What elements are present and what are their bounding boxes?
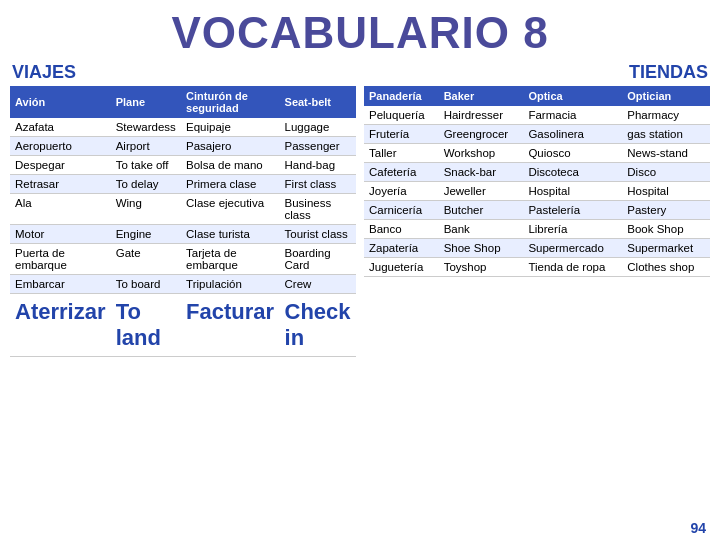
tiendas-row: FruteríaGreengrocerGasolineragas station bbox=[364, 125, 710, 144]
viajes-cell: Embarcar bbox=[10, 275, 111, 294]
tiendas-row: CafeteríaSnack-barDiscotecaDisco bbox=[364, 163, 710, 182]
viajes-cell: Boarding Card bbox=[280, 244, 356, 275]
tiendas-cell: Butcher bbox=[439, 201, 524, 220]
viajes-cell: Passenger bbox=[280, 137, 356, 156]
viajes-row: AzafataStewardessEquipajeLuggage bbox=[10, 118, 356, 137]
viajes-cell: To board bbox=[111, 275, 181, 294]
tiendas-cell: Hairdresser bbox=[439, 106, 524, 125]
tiendas-cell: Juguetería bbox=[364, 258, 439, 277]
tiendas-cell: Tienda de ropa bbox=[523, 258, 622, 277]
tiendas-cell: News-stand bbox=[622, 144, 710, 163]
viajes-cell: Despegar bbox=[10, 156, 111, 175]
col-cinturon: Cinturón de seguridad bbox=[181, 86, 280, 118]
tiendas-section: TIENDAS Panadería Baker Optica Optician … bbox=[364, 62, 710, 357]
viajes-row: RetrasarTo delayPrimera claseFirst class bbox=[10, 175, 356, 194]
viajes-cell: Crew bbox=[280, 275, 356, 294]
tiendas-cell: Joyería bbox=[364, 182, 439, 201]
tiendas-cell: Librería bbox=[523, 220, 622, 239]
tiendas-cell: Toyshop bbox=[439, 258, 524, 277]
viajes-cell: Tripulación bbox=[181, 275, 280, 294]
viajes-row: AeropuertoAirportPasajeroPassenger bbox=[10, 137, 356, 156]
tiendas-cell: Cafetería bbox=[364, 163, 439, 182]
viajes-cell: To delay bbox=[111, 175, 181, 194]
viajes-cell: Puerta de embarque bbox=[10, 244, 111, 275]
tiendas-cell: Peluquería bbox=[364, 106, 439, 125]
page: VOCABULARIO 8 VIAJES Avión Plane Cinturó… bbox=[0, 0, 720, 540]
viajes-cell: Stewardess bbox=[111, 118, 181, 137]
viajes-cell: Tarjeta de embarque bbox=[181, 244, 280, 275]
viajes-cell: Engine bbox=[111, 225, 181, 244]
viajes-cell: Clase turista bbox=[181, 225, 280, 244]
tiendas-table: Panadería Baker Optica Optician Peluquer… bbox=[364, 86, 710, 277]
tiendas-row: JoyeríaJewellerHospitalHospital bbox=[364, 182, 710, 201]
tiendas-cell: Carnicería bbox=[364, 201, 439, 220]
tiendas-header: TIENDAS bbox=[366, 62, 708, 83]
viajes-cell: Facturar bbox=[181, 294, 280, 357]
viajes-cell: Aterrizar bbox=[10, 294, 111, 357]
tiendas-cell: Supermercado bbox=[523, 239, 622, 258]
viajes-cell: Aeropuerto bbox=[10, 137, 111, 156]
tiendas-cell: Discoteca bbox=[523, 163, 622, 182]
viajes-cell: Tourist class bbox=[280, 225, 356, 244]
tiendas-row: BancoBankLibreríaBook Shop bbox=[364, 220, 710, 239]
viajes-cell: Check in bbox=[280, 294, 356, 357]
tiendas-cell: Greengrocer bbox=[439, 125, 524, 144]
viajes-row: Puerta de embarqueGateTarjeta de embarqu… bbox=[10, 244, 356, 275]
viajes-cell: To land bbox=[111, 294, 181, 357]
col-seatbelt: Seat-belt bbox=[280, 86, 356, 118]
tiendas-row: PeluqueríaHairdresserFarmaciaPharmacy bbox=[364, 106, 710, 125]
viajes-row: AterrizarTo landFacturarCheck in bbox=[10, 294, 356, 357]
col-optician: Optician bbox=[622, 86, 710, 106]
col-avion: Avión bbox=[10, 86, 111, 118]
viajes-cell: Wing bbox=[111, 194, 181, 225]
viajes-table: Avión Plane Cinturón de seguridad Seat-b… bbox=[10, 86, 356, 357]
viajes-cell: Gate bbox=[111, 244, 181, 275]
tiendas-cell: Snack-bar bbox=[439, 163, 524, 182]
viajes-cell: Motor bbox=[10, 225, 111, 244]
col-plane: Plane bbox=[111, 86, 181, 118]
tiendas-row: JugueteríaToyshopTienda de ropaClothes s… bbox=[364, 258, 710, 277]
viajes-row: AlaWingClase ejecutivaBusiness class bbox=[10, 194, 356, 225]
tiendas-row: ZapateríaShoe ShopSupermercadoSupermarke… bbox=[364, 239, 710, 258]
col-optica: Optica bbox=[523, 86, 622, 106]
tiendas-cell: Quiosco bbox=[523, 144, 622, 163]
col-panaderia: Panadería bbox=[364, 86, 439, 106]
viajes-cell: Luggage bbox=[280, 118, 356, 137]
tiendas-cell: Taller bbox=[364, 144, 439, 163]
col-baker: Baker bbox=[439, 86, 524, 106]
tiendas-cell: Jeweller bbox=[439, 182, 524, 201]
tiendas-cell: gas station bbox=[622, 125, 710, 144]
tiendas-row: CarniceríaButcherPasteleríaPastery bbox=[364, 201, 710, 220]
content-area: VIAJES Avión Plane Cinturón de seguridad… bbox=[0, 62, 720, 357]
tiendas-cell: Disco bbox=[622, 163, 710, 182]
tiendas-cell: Shoe Shop bbox=[439, 239, 524, 258]
viajes-cell: Clase ejecutiva bbox=[181, 194, 280, 225]
tiendas-cell: Supermarket bbox=[622, 239, 710, 258]
viajes-cell: Hand-bag bbox=[280, 156, 356, 175]
viajes-cell: Azafata bbox=[10, 118, 111, 137]
tiendas-cell: Pastery bbox=[622, 201, 710, 220]
tiendas-cell: Frutería bbox=[364, 125, 439, 144]
tiendas-cell: Pastelería bbox=[523, 201, 622, 220]
viajes-section: VIAJES Avión Plane Cinturón de seguridad… bbox=[10, 62, 356, 357]
tiendas-cell: Zapatería bbox=[364, 239, 439, 258]
viajes-cell: Bolsa de mano bbox=[181, 156, 280, 175]
viajes-row: EmbarcarTo boardTripulaciónCrew bbox=[10, 275, 356, 294]
tiendas-cell: Gasolinera bbox=[523, 125, 622, 144]
tiendas-row: TallerWorkshopQuioscoNews-stand bbox=[364, 144, 710, 163]
viajes-cell: To take off bbox=[111, 156, 181, 175]
page-title: VOCABULARIO 8 bbox=[0, 0, 720, 62]
viajes-header: VIAJES bbox=[12, 62, 356, 83]
viajes-row: DespegarTo take offBolsa de manoHand-bag bbox=[10, 156, 356, 175]
viajes-cell: Primera clase bbox=[181, 175, 280, 194]
viajes-cell: Retrasar bbox=[10, 175, 111, 194]
viajes-cell: Business class bbox=[280, 194, 356, 225]
viajes-cell: Pasajero bbox=[181, 137, 280, 156]
page-number: 94 bbox=[690, 520, 706, 536]
tiendas-cell: Bank bbox=[439, 220, 524, 239]
tiendas-cell: Workshop bbox=[439, 144, 524, 163]
tiendas-cell: Banco bbox=[364, 220, 439, 239]
tiendas-cell: Pharmacy bbox=[622, 106, 710, 125]
viajes-cell: Ala bbox=[10, 194, 111, 225]
tiendas-cell: Hospital bbox=[523, 182, 622, 201]
